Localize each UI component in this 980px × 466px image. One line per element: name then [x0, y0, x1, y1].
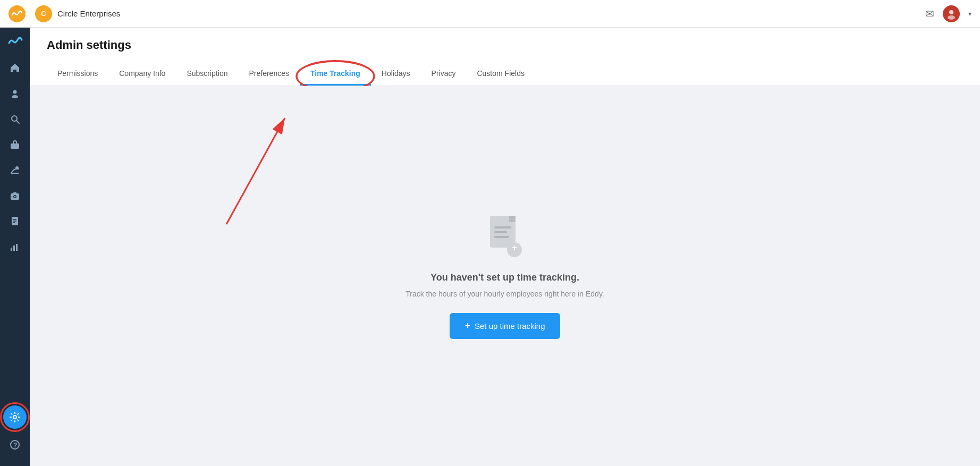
topbar-left: C Circle Enterprises — [9, 5, 120, 22]
tabs-container: Permissions Company Info Subscription Pr… — [47, 63, 963, 86]
svg-line-5 — [16, 121, 19, 123]
sidebar-item-settings[interactable] — [3, 405, 27, 429]
content-area: Admin settings Permissions Company Info … — [30, 28, 980, 466]
tab-privacy[interactable]: Privacy — [421, 63, 467, 86]
page-title: Admin settings — [47, 38, 963, 52]
tab-time-tracking-wrapper: Time Tracking — [300, 63, 371, 86]
svg-point-0 — [949, 10, 953, 14]
tab-preferences[interactable]: Preferences — [238, 63, 299, 86]
sidebar-item-help[interactable]: ? — [3, 433, 27, 456]
user-menu-chevron[interactable]: ▾ — [968, 10, 971, 18]
sidebar-item-people[interactable] — [3, 82, 27, 105]
svg-rect-18 — [13, 245, 15, 251]
sidebar-item-analytics[interactable] — [3, 235, 27, 258]
svg-rect-29 — [494, 236, 509, 238]
svg-point-3 — [12, 95, 18, 98]
svg-point-20 — [13, 416, 16, 419]
topbar: C Circle Enterprises ✉ ▾ — [0, 0, 980, 28]
tab-custom-fields[interactable]: Custom Fields — [466, 63, 535, 86]
tab-permissions[interactable]: Permissions — [47, 63, 108, 86]
main-layout: ? Admin settings Permissions Company Inf… — [0, 28, 980, 466]
company-name: Circle Enterprises — [57, 9, 120, 18]
svg-line-24 — [226, 118, 285, 224]
sidebar-brand — [5, 32, 24, 51]
svg-rect-19 — [16, 244, 18, 251]
empty-state: You haven't set up time tracking. Track … — [405, 214, 604, 339]
tab-subscription[interactable]: Subscription — [176, 63, 238, 86]
sidebar-item-search[interactable] — [3, 107, 27, 131]
empty-state-title: You haven't set up time tracking. — [430, 272, 579, 283]
empty-state-subtitle: Track the hours of your hourly employees… — [405, 290, 604, 298]
main-content: You haven't set up time tracking. Track … — [30, 86, 980, 466]
svg-point-11 — [14, 196, 16, 198]
svg-rect-26 — [509, 216, 516, 222]
company-logo-circle: C — [35, 5, 52, 22]
empty-state-icon — [484, 214, 526, 261]
tab-company-info[interactable]: Company Info — [108, 63, 176, 86]
sidebar-item-reports[interactable] — [3, 209, 27, 233]
topbar-right: ✉ ▾ — [925, 5, 971, 22]
svg-rect-28 — [494, 231, 507, 233]
setup-button-label: Set up time tracking — [475, 321, 545, 331]
mail-icon[interactable]: ✉ — [925, 7, 934, 20]
sidebar-item-briefcase[interactable] — [3, 133, 27, 156]
plus-icon: + — [464, 320, 470, 332]
svg-rect-6 — [11, 143, 19, 149]
sidebar-item-camera[interactable] — [3, 184, 27, 207]
tab-holidays[interactable]: Holidays — [371, 63, 421, 86]
svg-rect-17 — [11, 248, 12, 251]
sidebar: ? — [0, 28, 30, 466]
svg-rect-12 — [13, 192, 16, 194]
setup-time-tracking-button[interactable]: + Set up time tracking — [450, 313, 560, 339]
user-avatar[interactable] — [943, 5, 960, 22]
svg-rect-27 — [494, 226, 511, 228]
sidebar-bottom: ? — [3, 404, 27, 462]
page-header: Admin settings Permissions Company Info … — [30, 28, 980, 86]
svg-point-2 — [13, 90, 17, 94]
svg-point-1 — [948, 15, 955, 20]
svg-point-7 — [15, 166, 19, 170]
sidebar-item-beach[interactable] — [3, 158, 27, 182]
svg-rect-32 — [514, 245, 515, 250]
svg-text:?: ? — [13, 442, 17, 449]
tab-time-tracking[interactable]: Time Tracking — [300, 63, 371, 86]
app-logo — [9, 5, 26, 22]
sidebar-item-home[interactable] — [3, 56, 27, 80]
